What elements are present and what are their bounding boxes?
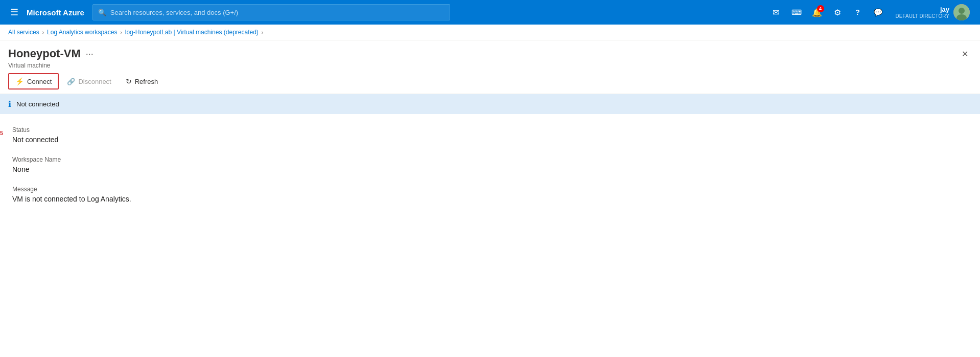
- search-bar[interactable]: 🔍: [92, 4, 450, 20]
- avatar-image: [953, 4, 970, 20]
- disconnect-button[interactable]: 🔗 Disconnect: [61, 75, 117, 88]
- workspace-name-label: Workspace Name: [12, 156, 968, 163]
- search-input[interactable]: [110, 9, 445, 16]
- mail-button[interactable]: ✉: [767, 3, 785, 21]
- help-icon: ?: [855, 8, 860, 16]
- workspace-name-field-group: Workspace Name None: [12, 156, 968, 173]
- azure-logo: Microsoft Azure: [27, 8, 84, 17]
- info-icon: ℹ: [8, 99, 11, 109]
- avatar[interactable]: [953, 4, 970, 20]
- connect-button[interactable]: ⚡ Connect: [8, 73, 59, 90]
- message-field-group: Message VM is not connected to Log Analy…: [12, 186, 968, 203]
- hamburger-icon: ☰: [10, 7, 18, 18]
- status-label: Status: [12, 126, 968, 133]
- top-navbar: ☰ Microsoft Azure 🔍 ✉ ⌨ 🔔 4 ⚙ ? 💬 jay DE…: [0, 0, 980, 25]
- info-banner: ℹ Not connected: [0, 94, 980, 114]
- breadcrumb-all-services[interactable]: All services: [8, 29, 39, 36]
- nav-icons: ✉ ⌨ 🔔 4 ⚙ ? 💬 jay DEFAULT DIRECTORY: [767, 0, 974, 25]
- feedback-button[interactable]: 💬: [869, 3, 888, 21]
- step-indicator: 5: [0, 130, 3, 136]
- content-area: Status Not connected Workspace Name None…: [0, 114, 980, 228]
- hamburger-menu-button[interactable]: ☰: [6, 4, 22, 20]
- message-value: VM is not connected to Log Analytics.: [12, 195, 968, 203]
- main-container: 5 Honeypot-VM ··· ✕ Virtual machine ⚡ Co…: [0, 40, 980, 228]
- mail-icon: ✉: [773, 8, 779, 17]
- status-field-group: Status Not connected: [12, 126, 968, 144]
- page-subtitle: Virtual machine: [8, 62, 972, 69]
- breadcrumb-log-analytics[interactable]: Log Analytics workspaces: [47, 29, 117, 36]
- gear-icon: ⚙: [834, 8, 841, 17]
- feedback-icon: 💬: [874, 8, 882, 16]
- svg-point-1: [959, 8, 965, 14]
- connect-label: Connect: [27, 78, 52, 85]
- breadcrumb-sep-3: ›: [262, 30, 263, 35]
- breadcrumb-sep-2: ›: [120, 30, 122, 35]
- breadcrumb-vm-deprecated[interactable]: log-HoneypotLab | Virtual machines (depr…: [125, 29, 259, 36]
- connect-icon: ⚡: [15, 77, 24, 85]
- more-options-button[interactable]: ···: [86, 49, 94, 59]
- settings-button[interactable]: ⚙: [828, 3, 847, 21]
- page-header: Honeypot-VM ··· ✕ Virtual machine: [0, 40, 980, 69]
- user-section[interactable]: jay DEFAULT DIRECTORY: [892, 0, 974, 25]
- search-icon: 🔍: [98, 9, 106, 16]
- cloud-shell-button[interactable]: ⌨: [787, 3, 806, 21]
- page-title-row: Honeypot-VM ··· ✕: [8, 47, 972, 61]
- user-directory: DEFAULT DIRECTORY: [896, 13, 949, 19]
- disconnect-icon: 🔗: [67, 78, 75, 85]
- status-value: Not connected: [12, 136, 968, 144]
- close-button[interactable]: ✕: [958, 47, 972, 61]
- notification-badge: 4: [817, 5, 824, 12]
- notifications-button[interactable]: 🔔 4: [808, 3, 826, 21]
- toolbar: ⚡ Connect 🔗 Disconnect ↻ Refresh: [0, 69, 980, 94]
- info-message: Not connected: [16, 100, 59, 108]
- workspace-name-value: None: [12, 165, 968, 173]
- refresh-button[interactable]: ↻ Refresh: [120, 74, 165, 88]
- breadcrumb-sep-1: ›: [42, 30, 44, 35]
- page-title: Honeypot-VM: [8, 47, 81, 60]
- refresh-icon: ↻: [126, 77, 132, 85]
- breadcrumb: All services › Log Analytics workspaces …: [0, 25, 980, 40]
- cloud-shell-icon: ⌨: [791, 8, 802, 16]
- disconnect-label: Disconnect: [78, 78, 111, 85]
- refresh-label: Refresh: [135, 78, 158, 85]
- user-name: jay: [940, 6, 949, 13]
- help-button[interactable]: ?: [849, 3, 867, 21]
- message-label: Message: [12, 186, 968, 193]
